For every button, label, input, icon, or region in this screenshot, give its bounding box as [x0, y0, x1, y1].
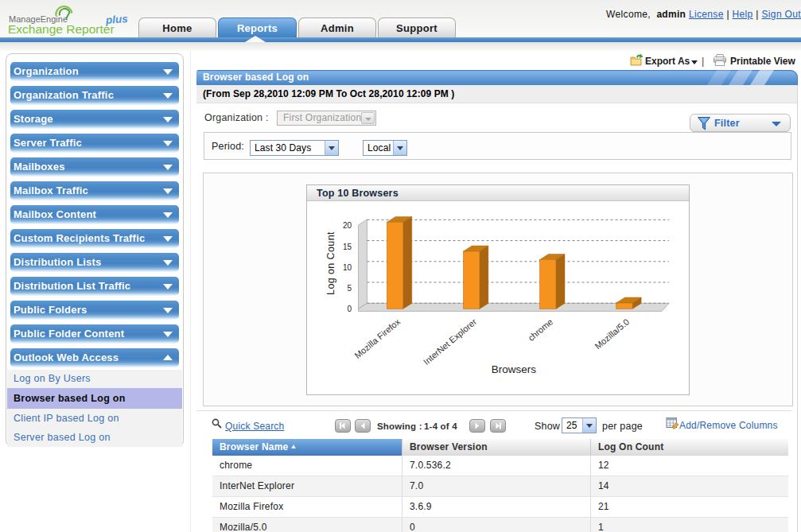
svg-text:chrome: chrome — [526, 316, 554, 343]
svg-text:Browsers: Browsers — [492, 363, 537, 375]
svg-text:5: 5 — [347, 284, 352, 293]
svg-text:InterNet Explorer: InterNet Explorer — [422, 316, 479, 367]
svg-text:Mozilla Firefox: Mozilla Firefox — [352, 316, 402, 360]
svg-text:0: 0 — [347, 305, 352, 313]
svg-text:Log on Count: Log on Count — [325, 231, 336, 295]
svg-text:10: 10 — [343, 263, 352, 272]
svg-text:Mozilla/5.0: Mozilla/5.0 — [593, 316, 631, 351]
svg-text:20: 20 — [343, 221, 352, 230]
svg-text:15: 15 — [343, 243, 352, 251]
